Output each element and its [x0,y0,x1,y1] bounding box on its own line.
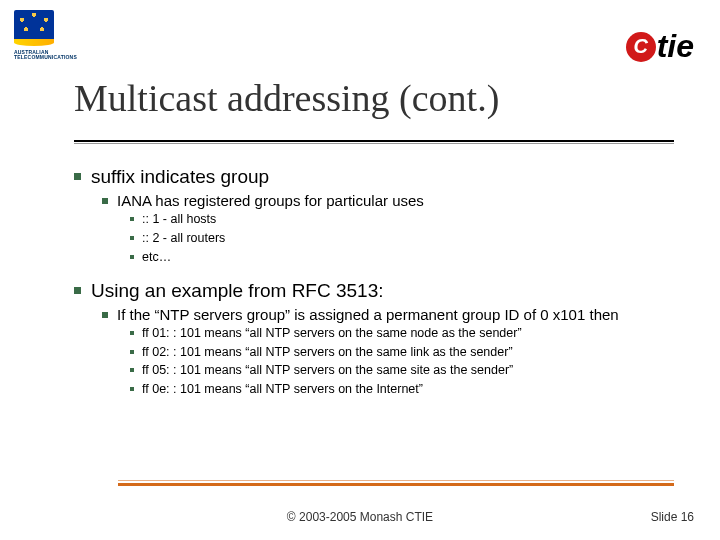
bullet-text: IANA has registered groups for particula… [117,192,424,209]
bullet-icon [130,368,134,372]
footer-copyright: © 2003-2005 Monash CTIE [0,510,720,524]
bullet-text: If the “NTP servers group” is assigned a… [117,306,619,323]
bullet-l3: ff 01: : 101 means “all NTP servers on t… [130,325,686,342]
bullet-icon [130,236,134,240]
bullet-icon [130,350,134,354]
bullet-l2: If the “NTP servers group” is assigned a… [102,306,686,323]
title-divider [74,140,674,142]
bullet-icon [130,387,134,391]
bullet-text: Using an example from RFC 3513: [91,280,384,302]
bullet-icon [102,312,108,318]
bullet-icon [130,217,134,221]
bullet-text: etc… [142,249,171,266]
bullet-text: :: 1 - all hosts [142,211,216,228]
footer-divider [118,483,674,486]
slide-title: Multicast addressing (cont.) [74,76,499,120]
bullet-text: ff 02: : 101 means “all NTP servers on t… [142,344,513,361]
slide: AUSTRALIAN TELECOMMUNICATIONS Ctie Multi… [0,0,720,540]
bullet-l3: ff 02: : 101 means “all NTP servers on t… [130,344,686,361]
bullet-l1: suffix indicates group [74,166,686,188]
logo-atc: AUSTRALIAN TELECOMMUNICATIONS [14,10,72,72]
ctie-tie-text: tie [657,28,694,64]
logo-atc-text: AUSTRALIAN TELECOMMUNICATIONS [14,50,72,60]
bullet-l3: etc… [130,249,686,266]
bullet-l1: Using an example from RFC 3513: [74,280,686,302]
bullet-l3: ff 0e: : 101 means “all NTP servers on t… [130,381,686,398]
bullet-icon [74,287,81,294]
swoosh-icon [14,39,54,46]
bullet-icon [130,331,134,335]
bullet-icon [130,255,134,259]
bullet-l3: :: 2 - all routers [130,230,686,247]
eu-stars-icon [14,10,54,42]
bullet-icon [102,198,108,204]
bullet-text: suffix indicates group [91,166,269,188]
bullet-l3: ff 05: : 101 means “all NTP servers on t… [130,362,686,379]
bullet-text: ff 0e: : 101 means “all NTP servers on t… [142,381,423,398]
bullet-l3: :: 1 - all hosts [130,211,686,228]
logo-ctie: Ctie [626,26,694,65]
bullet-text: :: 2 - all routers [142,230,225,247]
bullet-icon [74,173,81,180]
slide-number: Slide 16 [651,510,694,524]
slide-body: suffix indicates group IANA has register… [74,160,686,400]
bullet-text: ff 05: : 101 means “all NTP servers on t… [142,362,513,379]
bullet-l2: IANA has registered groups for particula… [102,192,686,209]
bullet-text: ff 01: : 101 means “all NTP servers on t… [142,325,522,342]
ctie-c-badge-icon: C [626,32,656,62]
